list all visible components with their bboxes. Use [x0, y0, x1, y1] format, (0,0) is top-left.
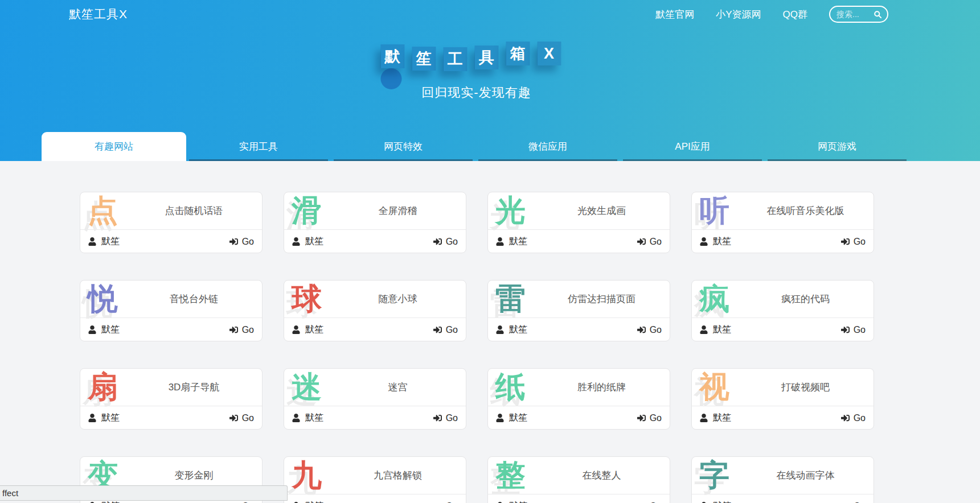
tool-initial-char: 点 [88, 193, 118, 228]
nav-link[interactable]: QQ群 [783, 8, 807, 21]
tool-card[interactable]: 字 在线动画字体 默笙 [691, 456, 874, 503]
hero-title-char: 具 [474, 46, 498, 69]
tool-card-footer: 默笙 Go [284, 406, 466, 430]
tool-card[interactable]: 点 点击随机话语 默笙 [80, 192, 263, 253]
go-link[interactable]: Go [841, 237, 866, 247]
tool-initial-char: 视 [699, 370, 729, 404]
user-icon [292, 414, 300, 422]
go-label: Go [242, 413, 254, 423]
nav-link[interactable]: 默笙官网 [655, 8, 694, 21]
go-link[interactable]: Go [433, 413, 458, 423]
tab[interactable]: 网页特效 [331, 132, 475, 161]
sign-in-icon [637, 414, 646, 422]
user-icon [496, 414, 504, 422]
go-link[interactable]: Go [841, 501, 866, 503]
tool-author: 默笙 [305, 500, 323, 503]
search-box[interactable] [829, 6, 888, 23]
hero-title-char: X [537, 42, 561, 65]
go-label: Go [242, 325, 254, 335]
go-link[interactable]: Go [229, 237, 254, 247]
sign-in-icon [433, 414, 442, 422]
sign-in-icon [841, 237, 850, 246]
tool-card[interactable]: 疯 疯狂的代码 默笙 [691, 280, 874, 341]
go-link[interactable]: Go [229, 325, 254, 335]
go-link[interactable]: Go [637, 501, 662, 503]
hero-title-char: 默 [380, 44, 404, 68]
tool-initial-char: 扇 [88, 370, 118, 404]
tool-card[interactable]: 迷 迷宫 默笙 [284, 368, 466, 430]
go-link[interactable]: Go [433, 237, 458, 247]
go-link[interactable]: Go [433, 501, 458, 503]
tool-author: 默笙 [713, 500, 731, 503]
tool-author: 默笙 [305, 236, 323, 248]
tool-card[interactable]: 扇 3D扇子导航 默笙 [80, 368, 263, 430]
sign-in-icon [433, 237, 442, 246]
go-link[interactable]: Go [637, 413, 662, 423]
sign-in-icon [841, 414, 850, 422]
nav-link[interactable]: 小Y资源网 [716, 8, 761, 21]
tool-title: 在线听音乐美化版 [744, 192, 867, 229]
tool-author-wrap: 默笙 [292, 500, 323, 503]
tool-author-wrap: 默笙 [496, 324, 527, 336]
tool-card-head: 光 光效生成画 [488, 192, 670, 230]
tab[interactable]: API应用 [620, 132, 765, 161]
tool-initial-char: 悦 [88, 282, 118, 316]
tool-author-wrap: 默笙 [700, 500, 731, 503]
tab-label: 网页游戏 [818, 140, 856, 153]
tool-card-footer: 默笙 Go [488, 230, 670, 253]
tool-author-wrap: 默笙 [700, 324, 731, 336]
go-link[interactable]: Go [229, 413, 254, 423]
tool-card[interactable]: 悦 音悦台外链 默笙 [80, 280, 263, 341]
hero-title-char: 笙 [412, 47, 436, 71]
tool-title: 胜利的纸牌 [540, 369, 663, 406]
tool-author-wrap: 默笙 [496, 412, 527, 424]
go-link[interactable]: Go [841, 413, 866, 423]
tool-title: 打破视频吧 [744, 369, 867, 406]
tool-card[interactable]: 整 在线整人 默笙 [487, 456, 670, 503]
header: 默笙工具X 默笙官网 小Y资源网 QQ群 [0, 0, 980, 161]
go-link[interactable]: Go [637, 237, 662, 247]
tool-author-wrap: 默笙 [88, 324, 120, 336]
tool-initial-char: 迷 [292, 370, 322, 404]
tab[interactable]: 实用工具 [186, 132, 331, 161]
tool-card-head: 听 在线听音乐美化版 [692, 192, 874, 230]
go-link[interactable]: Go [637, 325, 662, 335]
search-icon[interactable] [874, 10, 882, 19]
tool-card-footer: 默笙 Go [80, 406, 262, 430]
tool-card-head: 迷 迷宫 [284, 369, 466, 406]
site-logo[interactable]: 默笙工具X [69, 6, 128, 22]
tool-author-wrap: 默笙 [88, 236, 120, 248]
user-icon [292, 325, 300, 334]
tool-card[interactable]: 九 九宫格解锁 默笙 [284, 456, 466, 503]
tool-author: 默笙 [101, 412, 120, 424]
search-input[interactable] [835, 9, 874, 19]
tool-author-wrap: 默笙 [292, 324, 323, 336]
go-label: Go [650, 413, 662, 423]
tool-title: 仿雷达扫描页面 [540, 281, 663, 318]
user-icon [88, 237, 96, 246]
tool-card[interactable]: 雷 仿雷达扫描页面 默笙 [487, 280, 670, 341]
go-link[interactable]: Go [433, 325, 458, 335]
tool-card[interactable]: 视 打破视频吧 默笙 [691, 368, 874, 430]
sign-in-icon [229, 325, 238, 334]
tool-card[interactable]: 球 随意小球 默笙 [284, 280, 466, 341]
user-icon [88, 325, 96, 334]
go-label: Go [242, 237, 254, 247]
tool-card[interactable]: 纸 胜利的纸牌 默笙 [487, 368, 670, 430]
tool-card[interactable]: 听 在线听音乐美化版 默笙 [691, 192, 874, 253]
sign-in-icon [637, 237, 646, 246]
tab[interactable]: 微信应用 [475, 132, 620, 161]
go-link[interactable]: Go [229, 501, 254, 503]
user-icon [700, 325, 708, 334]
tool-card[interactable]: 光 光效生成画 默笙 [487, 192, 670, 253]
tool-card-head: 整 在线整人 [488, 457, 670, 494]
tool-card-footer: 默笙 Go [284, 230, 466, 253]
tab[interactable]: 网页游戏 [765, 132, 909, 161]
tool-author: 默笙 [509, 412, 527, 424]
card-grid: 点 点击随机话语 默笙 [80, 192, 874, 503]
tool-card[interactable]: 滑 全屏滑稽 默笙 [284, 192, 466, 253]
go-link[interactable]: Go [841, 325, 866, 335]
tool-title: 九宫格解锁 [337, 457, 459, 494]
tool-author: 默笙 [305, 412, 323, 424]
tab[interactable]: 有趣网站 [42, 132, 186, 161]
